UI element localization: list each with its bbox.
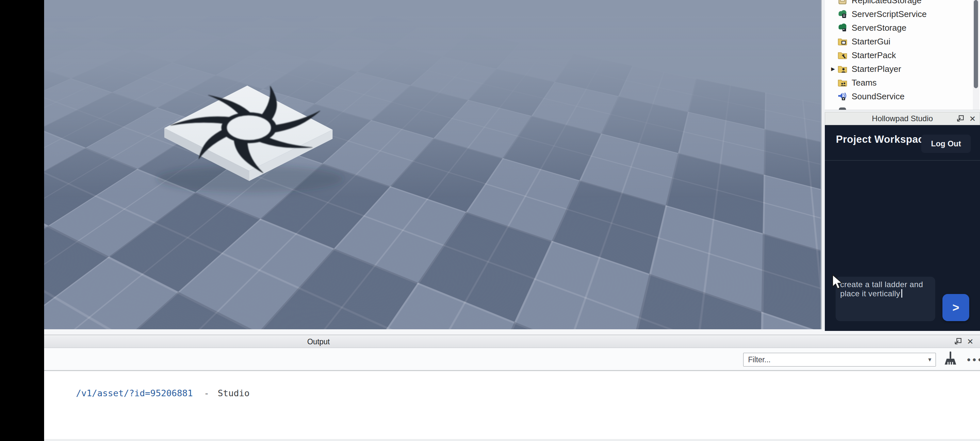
left-black-strip bbox=[0, 0, 44, 441]
tree-item-replicatedstorage[interactable]: ReplicatedStorage bbox=[825, 0, 972, 7]
viewport-3d[interactable] bbox=[44, 0, 822, 329]
starter-pack-icon bbox=[837, 50, 848, 60]
tree-item-label: ServerScriptService bbox=[852, 9, 927, 19]
sound-service-icon bbox=[837, 91, 848, 102]
tree-item-teams[interactable]: Teams bbox=[825, 76, 972, 89]
explorer-scrollbar[interactable] bbox=[973, 0, 979, 110]
server-script-service-icon bbox=[837, 9, 848, 19]
tree-item-label: StarterPack bbox=[852, 50, 896, 60]
hollowpad-titlebar[interactable]: Hollowpad Studio ✕ bbox=[825, 112, 980, 125]
send-button[interactable]: > bbox=[942, 294, 969, 321]
output-toolbar: ▾ ●●● bbox=[44, 348, 980, 371]
tree-item-partial[interactable] bbox=[825, 103, 972, 110]
tree-item-starterpack[interactable]: StarterPack bbox=[825, 48, 972, 62]
explorer-panel: ReplicatedStorage ServerScriptService bbox=[825, 0, 980, 110]
close-icon[interactable]: ✕ bbox=[969, 115, 976, 123]
close-icon[interactable]: ✕ bbox=[967, 338, 974, 345]
hollowpad-body: Project Workspace Log Out create a tall … bbox=[825, 125, 980, 331]
starter-player-icon bbox=[837, 64, 848, 74]
tree-item-label: SoundService bbox=[852, 91, 905, 102]
tree-item-startergui[interactable]: StarterGui bbox=[825, 35, 972, 48]
replicated-storage-icon bbox=[837, 0, 848, 6]
float-window-icon[interactable] bbox=[954, 338, 963, 346]
logout-button[interactable]: Log Out bbox=[921, 135, 971, 153]
bottom-strip bbox=[44, 439, 980, 441]
tree-item-serverstorage[interactable]: ServerStorage bbox=[825, 21, 972, 35]
output-log[interactable]: /v1/asset/?id=95206881-Studio bbox=[44, 371, 980, 439]
scrollbar-thumb[interactable] bbox=[974, 0, 978, 88]
prompt-input[interactable]: create a tall ladder and place it vertic… bbox=[835, 277, 935, 321]
clear-output-icon[interactable] bbox=[943, 351, 958, 369]
expand-arrow-icon[interactable]: ▶ bbox=[829, 66, 837, 72]
log-entry: /v1/asset/?id=95206881-Studio bbox=[44, 378, 250, 408]
server-storage-icon bbox=[837, 22, 848, 33]
hollowpad-panel: Hollowpad Studio ✕ Project Workspace Log… bbox=[825, 112, 980, 331]
tree-item-label: StarterPlayer bbox=[852, 64, 901, 74]
tree-item-soundservice[interactable]: SoundService bbox=[825, 89, 972, 103]
float-window-icon[interactable] bbox=[956, 115, 965, 123]
workspace-title: Project Workspace bbox=[836, 134, 923, 145]
tree-item-label: Teams bbox=[852, 78, 877, 88]
tree-item-starterplayer[interactable]: ▶ StarterPlayer bbox=[825, 62, 972, 76]
workspace-header-row: Project Workspace Log Out bbox=[825, 125, 980, 161]
filter-input[interactable] bbox=[743, 353, 936, 366]
platform-part[interactable] bbox=[44, 0, 822, 329]
tree-item-serverscriptservice[interactable]: ServerScriptService bbox=[825, 7, 972, 21]
tree-item-label: StarterGui bbox=[852, 37, 891, 47]
output-titlebar[interactable]: Output ✕ bbox=[44, 335, 980, 348]
output-title: Output bbox=[273, 335, 364, 348]
teams-icon bbox=[837, 77, 848, 88]
more-options-icon[interactable]: ●●● bbox=[965, 353, 980, 366]
hidden-item-icon bbox=[837, 105, 848, 110]
tree-item-label: ServerStorage bbox=[852, 23, 907, 33]
starter-gui-icon bbox=[837, 36, 848, 47]
prompt-text: create a tall ladder and place it vertic… bbox=[840, 280, 923, 298]
hollowpad-title: Hollowpad Studio bbox=[872, 114, 933, 123]
studio-window: ReplicatedStorage ServerScriptService bbox=[0, 0, 980, 441]
tree-item-label: ReplicatedStorage bbox=[852, 0, 921, 6]
text-caret bbox=[901, 289, 902, 298]
log-asset-url: /v1/asset/?id=95206881 bbox=[76, 388, 193, 398]
